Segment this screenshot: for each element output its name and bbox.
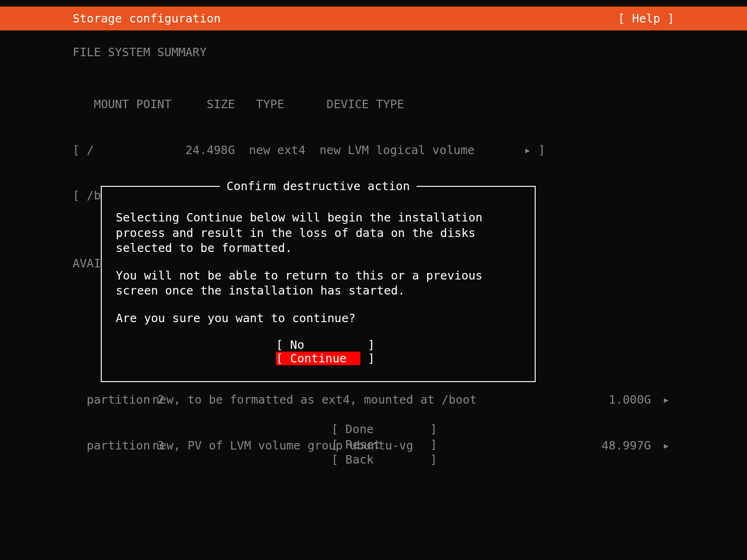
header-bar: Storage configuration [ Help ] xyxy=(0,7,747,30)
bottom-buttons: [ Done ] [ Reset ] [ Back ] xyxy=(0,422,747,468)
help-button[interactable]: [ Help ] xyxy=(618,12,674,25)
fs-row[interactable]: [ / 24.498G new ext4 new LVM logical vol… xyxy=(73,143,674,158)
dialog-text: Selecting Continue below will begin the … xyxy=(116,210,521,256)
partition-size: 1.000G xyxy=(595,392,651,408)
done-button[interactable]: [ Done ] xyxy=(331,422,416,437)
partition-name: partition 2 xyxy=(73,392,152,408)
reset-button[interactable]: [ Reset ] xyxy=(331,437,416,453)
dialog-body: Selecting Continue below will begin the … xyxy=(116,210,521,326)
chevron-right-icon[interactable]: ▸ xyxy=(651,392,674,408)
page-title: Storage configuration xyxy=(73,12,618,25)
no-button[interactable]: [ No ] xyxy=(276,338,360,352)
dialog-text: You will not be able to return to this o… xyxy=(116,268,521,299)
dialog-text: Are you sure you want to continue? xyxy=(116,311,521,326)
partition-desc: new, to be formatted as ext4, mounted at… xyxy=(152,392,595,408)
confirm-dialog: Confirm destructive action Selecting Con… xyxy=(101,186,536,382)
back-button[interactable]: [ Back ] xyxy=(331,452,416,468)
fs-summary-header: FILE SYSTEM SUMMARY xyxy=(73,45,674,59)
partition-row[interactable]: partition 2 new, to be formatted as ext4… xyxy=(73,392,674,408)
fs-table-header: MOUNT POINT SIZE TYPE DEVICE TYPE xyxy=(73,97,674,112)
